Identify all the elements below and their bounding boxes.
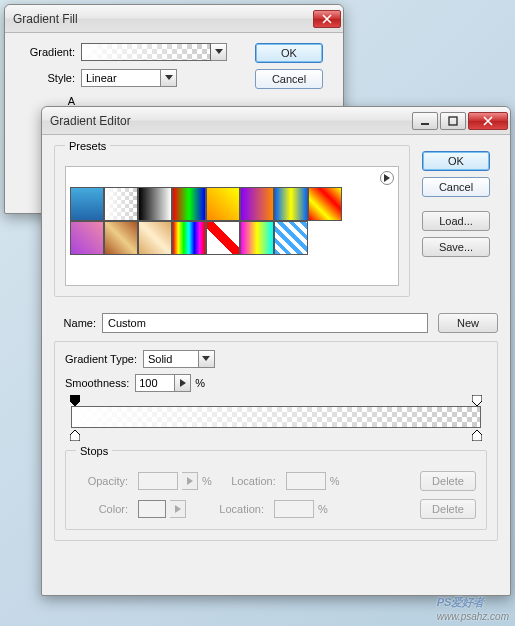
chevron-down-icon[interactable] [199,350,215,368]
opacity-stop-right[interactable] [472,395,482,405]
preset-swatch[interactable] [138,221,172,255]
gradient-preview [81,43,211,61]
flyout-menu-icon[interactable] [380,171,394,185]
presets-fieldset: Presets [54,145,410,297]
preset-grid [70,187,350,255]
svg-rect-1 [449,117,457,125]
window-title: Gradient Fill [13,12,311,26]
preset-swatch[interactable] [138,187,172,221]
opacity-label: Opacity: [76,475,128,487]
presets-legend: Presets [65,140,110,152]
opacity-stepper [182,472,198,490]
presets-box [65,166,399,286]
preset-swatch[interactable] [172,221,206,255]
opacity-stop-left[interactable] [70,395,80,405]
preset-swatch[interactable] [240,187,274,221]
chevron-down-icon[interactable] [161,69,177,87]
color-stop-left[interactable] [70,429,80,439]
gradient-bar[interactable] [71,406,481,428]
smoothness-stepper[interactable] [175,374,191,392]
gradient-settings-fieldset: Gradient Type: Solid Smoothness: 100 % [54,341,498,541]
cancel-button[interactable]: Cancel [255,69,323,89]
watermark: PS爱好者 www.psahz.com [437,590,509,622]
ok-button[interactable]: OK [255,43,323,63]
preset-swatch[interactable] [104,187,138,221]
minimize-button[interactable] [412,112,438,130]
gradient-label: Gradient: [17,46,75,58]
gradient-type-select[interactable]: Solid [143,350,215,368]
cancel-button[interactable]: Cancel [422,177,490,197]
color-stepper [170,500,186,518]
color-swatch [138,500,166,518]
name-label: Name: [54,317,96,329]
preset-swatch[interactable] [308,187,342,221]
stops-fieldset: Stops Opacity: % Location: % Delete Colo… [65,450,487,530]
preset-swatch[interactable] [274,221,308,255]
gradient-type-label: Gradient Type: [65,353,137,365]
color-location-input [274,500,314,518]
close-button[interactable] [313,10,341,28]
opacity-location-input [286,472,326,490]
percent-label: % [318,503,328,515]
ok-button[interactable]: OK [422,151,490,171]
location-label: Location: [204,503,264,515]
percent-label: % [330,475,340,487]
style-label: Style: [17,72,75,84]
chevron-down-icon[interactable] [211,43,227,61]
preset-swatch[interactable] [70,187,104,221]
preset-swatch[interactable] [206,187,240,221]
maximize-button[interactable] [440,112,466,130]
window-title: Gradient Editor [50,114,410,128]
titlebar[interactable]: Gradient Fill [5,5,343,33]
titlebar[interactable]: Gradient Editor [42,107,510,135]
gradient-picker[interactable] [81,43,227,61]
preset-swatch[interactable] [240,221,274,255]
preset-swatch[interactable] [70,221,104,255]
smoothness-label: Smoothness: [65,377,129,389]
gradient-editor-window: Gradient Editor Presets [41,106,511,596]
location-label: Location: [216,475,276,487]
color-stop-right[interactable] [472,429,482,439]
name-input[interactable] [102,313,428,333]
percent-label: % [195,377,205,389]
smoothness-input[interactable]: 100 [135,374,175,392]
percent-label: % [202,475,212,487]
stops-legend: Stops [76,445,112,457]
color-label: Color: [76,503,128,515]
preset-swatch[interactable] [206,221,240,255]
save-button[interactable]: Save... [422,237,490,257]
preset-swatch[interactable] [104,221,138,255]
close-button[interactable] [468,112,508,130]
opacity-input [138,472,178,490]
preset-swatch[interactable] [172,187,206,221]
svg-rect-0 [421,123,429,125]
delete-color-stop-button: Delete [420,499,476,519]
gradient-type-value: Solid [143,350,199,368]
load-button[interactable]: Load... [422,211,490,231]
preset-swatch[interactable] [274,187,308,221]
style-select[interactable]: Linear [81,69,177,87]
style-value: Linear [81,69,161,87]
new-button[interactable]: New [438,313,498,333]
delete-opacity-stop-button: Delete [420,471,476,491]
